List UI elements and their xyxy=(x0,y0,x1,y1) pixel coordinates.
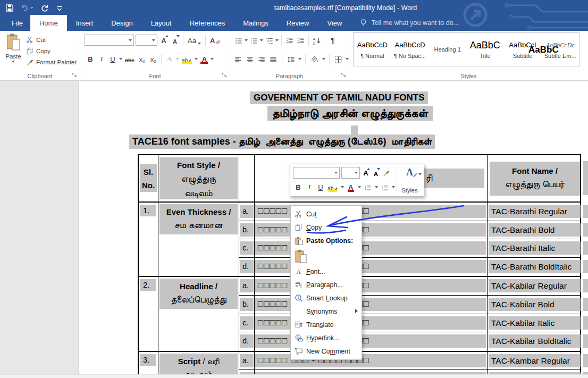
sort-button[interactable]: AZ xyxy=(312,35,322,46)
undo-button[interactable] xyxy=(21,4,33,12)
context-menu-item-cut[interactable]: Cut xyxy=(291,207,362,221)
show-hide-pilcrow-button[interactable]: ¶ xyxy=(328,35,338,46)
bold-button[interactable]: B xyxy=(86,53,95,64)
italic-button[interactable]: I xyxy=(97,53,106,64)
style-item--no-spac-[interactable]: AaBbCcD¶ No Spac... xyxy=(391,33,429,66)
customize-quick-access-button[interactable] xyxy=(56,4,63,12)
justify-button[interactable] xyxy=(268,53,278,64)
context-menu-item-new-comment[interactable]: New Comment xyxy=(291,345,362,358)
context-menu-item-translate[interactable]: aTranslate xyxy=(291,318,362,331)
copy-button[interactable]: Copy xyxy=(26,45,77,56)
style-item--normal[interactable]: AaBbCcD¶ Normal xyxy=(354,33,391,66)
minibar-font-color-button[interactable]: A xyxy=(347,182,355,192)
tab-design[interactable]: Design xyxy=(102,15,141,31)
minibar-bullets-button[interactable] xyxy=(364,182,372,192)
multilevel-dropdown-arrow[interactable] xyxy=(275,39,279,41)
style-item-er-[interactable]: AaBbCcDcEr... xyxy=(582,32,588,66)
cut-button[interactable]: Cut xyxy=(26,34,77,45)
minibar-highlight-button[interactable]: ab xyxy=(327,182,338,192)
format-painter-button[interactable]: Format Painter xyxy=(26,56,77,68)
save-button[interactable] xyxy=(5,4,14,12)
line-spacing-button[interactable] xyxy=(286,53,296,64)
minibar-grow-font-button[interactable]: A xyxy=(362,167,370,178)
font-color-button[interactable]: A xyxy=(199,53,209,64)
tab-mailings[interactable]: Mailings xyxy=(234,15,278,31)
context-menu-item-hyperlink[interactable]: Hyperlink... xyxy=(291,331,362,345)
undo-dropdown-arrow[interactable] xyxy=(30,7,33,9)
increase-indent-button[interactable] xyxy=(296,35,306,46)
tab-file[interactable]: File xyxy=(4,15,30,31)
context-menu-item-paragraph[interactable]: ¶Paragraph... xyxy=(291,278,362,291)
minibar-bold-button[interactable]: B xyxy=(294,182,303,192)
font-name-combo[interactable] xyxy=(85,35,134,46)
tab-home[interactable]: Home xyxy=(30,15,67,31)
context-menu-item-smart-lookup[interactable]: iSmart Lookup xyxy=(291,291,362,305)
numbering-button[interactable]: 123 xyxy=(249,35,259,46)
strikethrough-button[interactable]: abc xyxy=(124,53,136,64)
minibar-styles-button[interactable]: A Styles xyxy=(397,166,422,195)
svg-text:¶: ¶ xyxy=(299,283,301,289)
minibar-font-size-combo[interactable] xyxy=(341,167,360,179)
text-highlight-button[interactable]: ab xyxy=(181,53,194,64)
minibar-font-color-dropdown[interactable] xyxy=(358,186,361,188)
tab-review[interactable]: Review xyxy=(278,15,318,31)
font-name-cell: TAC-Barathi Regular xyxy=(489,205,581,218)
subscript-button[interactable]: X2 xyxy=(137,53,147,64)
font-color-dropdown-arrow[interactable] xyxy=(211,58,214,60)
minibar-styles-label: Styles xyxy=(402,187,418,194)
tab-view[interactable]: View xyxy=(318,15,351,31)
line-spacing-dropdown-arrow[interactable] xyxy=(298,58,301,60)
paste-button[interactable]: Paste xyxy=(3,33,23,73)
tell-me-label: Tell me what you want to do... xyxy=(371,19,459,27)
context-menu-item-synonyms[interactable]: Synonyms xyxy=(291,305,362,318)
tab-insert[interactable]: Insert xyxy=(67,15,103,31)
minibar-numbering-dropdown[interactable] xyxy=(392,186,395,188)
context-menu-item-font[interactable]: AFont... xyxy=(291,265,362,278)
borders-button[interactable] xyxy=(333,53,343,64)
text-effects-button[interactable]: A xyxy=(165,53,174,64)
underline-dropdown-arrow[interactable] xyxy=(119,58,122,60)
font-size-combo[interactable] xyxy=(136,35,157,46)
text-effects-dropdown-arrow[interactable] xyxy=(176,58,179,60)
minibar-bullets-dropdown[interactable] xyxy=(375,186,378,188)
sort-z: Z xyxy=(313,41,316,45)
paste-dropdown-arrow[interactable] xyxy=(12,61,15,63)
multilevel-list-button[interactable] xyxy=(264,35,274,46)
clipboard-dialog-launcher[interactable] xyxy=(72,72,78,78)
context-menu-item-copy[interactable]: Copy xyxy=(291,221,362,234)
shading-button[interactable] xyxy=(309,53,320,64)
grow-font-button[interactable]: A xyxy=(159,35,169,46)
minibar-underline-button[interactable]: U xyxy=(316,182,325,192)
align-left-button[interactable] xyxy=(233,53,243,64)
minibar-format-painter-button[interactable] xyxy=(382,167,390,178)
shrink-font-button[interactable]: A xyxy=(170,35,180,46)
style-item-title[interactable]: AaBbCTitle xyxy=(466,33,504,66)
tab-references[interactable]: References xyxy=(181,15,234,31)
redo-button[interactable] xyxy=(40,4,49,12)
mini-toolbar: A A A Styles B I U ab A 123 xyxy=(290,164,424,197)
font-dialog-launcher[interactable] xyxy=(222,72,228,78)
tab-layout[interactable]: Layout xyxy=(142,15,181,31)
minibar-font-name-combo[interactable] xyxy=(293,167,340,179)
superscript-button[interactable]: X2 xyxy=(148,53,158,64)
style-item-heading-1[interactable]: AaBbCHeading 1 xyxy=(429,33,466,66)
paragraph-dialog-launcher[interactable] xyxy=(341,72,347,78)
minibar-numbering-button[interactable]: 123 xyxy=(381,182,389,192)
shading-dropdown-arrow[interactable] xyxy=(322,58,325,60)
minibar-highlight-dropdown[interactable] xyxy=(341,186,344,188)
bullets-button[interactable] xyxy=(233,35,243,46)
context-menu-item-paste-keep-source-formatting[interactable] xyxy=(291,247,362,265)
align-center-button[interactable] xyxy=(245,53,255,64)
bullets-dropdown-arrow[interactable] xyxy=(245,39,248,41)
context-menu-item-paste-options[interactable]: Paste Options: xyxy=(291,234,362,247)
clear-formatting-button[interactable]: A xyxy=(209,35,222,46)
change-case-button[interactable]: Aa xyxy=(187,35,202,46)
align-right-button[interactable] xyxy=(257,53,266,64)
tell-me-box[interactable]: Tell me what you want to do... xyxy=(351,15,459,31)
minibar-italic-button[interactable]: I xyxy=(305,182,314,192)
underline-button[interactable]: U xyxy=(108,53,117,64)
minibar-shrink-font-button[interactable]: A xyxy=(372,167,380,178)
numbering-dropdown-arrow[interactable] xyxy=(260,39,263,41)
decrease-indent-button[interactable] xyxy=(284,35,295,46)
highlight-dropdown-arrow[interactable] xyxy=(195,58,198,60)
